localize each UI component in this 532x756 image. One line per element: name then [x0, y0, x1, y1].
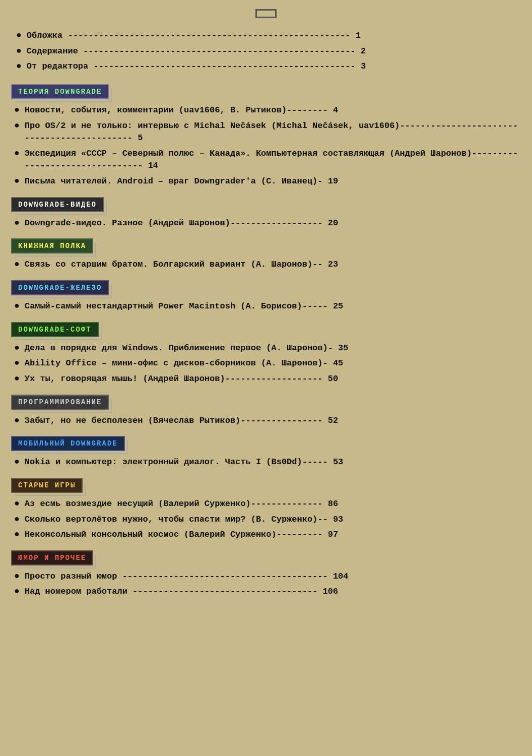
section-prog: ПРОГРАММИРОВАНИЕ● Забыт, но не бесполезе…: [11, 395, 521, 427]
section-label-teoria: ТЕОРИЯ DOWNGRADE: [11, 84, 109, 99]
page-title: [11, 9, 521, 21]
section-items-prog: ● Забыт, но не бесполезен (Вячеслав Рыти…: [11, 415, 521, 427]
bullet: ●: [14, 456, 20, 468]
bullet: ●: [14, 357, 20, 369]
item-text: Неконсольный консольный космос (Валерий …: [25, 529, 521, 541]
item-text: Новости, события, комментарии (uav1606, …: [25, 104, 521, 117]
bullet: ●: [14, 300, 20, 312]
section-items-video: ● Downgrade-видео. Разное (Андрей Шароно…: [11, 217, 521, 230]
section-label-games: СТАРЫЕ ИГРЫ: [11, 478, 83, 493]
bullet: ●: [14, 175, 20, 187]
toc-intro: ● Обложка ------------------------------…: [11, 30, 521, 73]
item-text: Экспедиция «СССР – Северный полюс – Кана…: [25, 148, 521, 172]
item-text: Ability Office – мини-офис с дисков-сбор…: [25, 357, 521, 370]
bullet: ●: [14, 342, 20, 354]
item-text: Аз есмь возмездие несущий (Валерий Сурже…: [25, 498, 521, 511]
section-mobile: МОБИЛЬНЫЙ DOWNGRADE● Nokia и компьютер: …: [11, 436, 521, 469]
section-items-hardware: ● Самый-самый нестандартный Power Macint…: [11, 300, 521, 313]
section-header-mobile: МОБИЛЬНЫЙ DOWNGRADE: [11, 436, 125, 451]
item-text: Самый-самый нестандартный Power Macintos…: [25, 300, 521, 313]
section-item: ● Новости, события, комментарии (uav1606…: [14, 104, 521, 117]
intro-text: Содержание -----------------------------…: [27, 45, 516, 58]
section-header-video: DOWNGRADE-ВИДЕО: [11, 197, 104, 212]
section-items-books: ● Связь со старшим братом. Болгарский ва…: [11, 259, 521, 271]
item-text: Downgrade-видео. Разное (Андрей Шаронов)…: [25, 217, 521, 230]
bullet: ●: [16, 30, 22, 41]
section-item: ● Письма читателей. Android – враг Downg…: [14, 175, 521, 188]
section-item: ● Над номером работали -----------------…: [14, 586, 521, 598]
section-items-teoria: ● Новости, события, комментарии (uav1606…: [11, 104, 521, 188]
section-humor: ЮМОР И ПРОЧЕЕ● Просто разный юмор ------…: [11, 550, 521, 598]
title-box: [255, 9, 277, 18]
section-item: ● Забыт, но не бесполезен (Вячеслав Рыти…: [14, 415, 521, 427]
section-header-teoria: ТЕОРИЯ DOWNGRADE: [11, 84, 109, 99]
section-header-hardware: DOWNGRADE-ЖЕЛЕЗО: [11, 280, 109, 295]
intro-text: Обложка --------------------------------…: [27, 30, 516, 42]
section-teoria: ТЕОРИЯ DOWNGRADE● Новости, события, комм…: [11, 84, 521, 188]
section-label-books: КНИЖНАЯ ПОЛКА: [11, 238, 93, 254]
section-label-humor: ЮМОР И ПРОЧЕЕ: [11, 550, 93, 565]
section-items-soft: ● Дела в порядке для Windows. Приближени…: [11, 342, 521, 386]
bullet: ●: [14, 373, 20, 385]
section-games: СТАРЫЕ ИГРЫ● Аз есмь возмездие несущий (…: [11, 478, 521, 541]
bullet: ●: [14, 217, 20, 229]
section-header-humor: ЮМОР И ПРОЧЕЕ: [11, 550, 93, 565]
item-text: Над номером работали -------------------…: [25, 586, 521, 598]
item-text: Забыт, но не бесполезен (Вячеслав Рытико…: [25, 415, 521, 427]
section-header-soft: DOWNGRADE-СОФТ: [11, 322, 99, 337]
bullet: ●: [14, 571, 20, 582]
item-text: Сколько вертолётов нужно, чтобы спасти м…: [25, 514, 521, 526]
section-label-soft: DOWNGRADE-СОФТ: [11, 322, 99, 337]
bullet: ●: [14, 259, 20, 270]
bullet: ●: [14, 514, 20, 525]
bullet: ●: [14, 120, 20, 132]
item-text: Nokia и компьютер: электронный диалог. Ч…: [25, 456, 521, 469]
bullet: ●: [14, 586, 20, 597]
bullet: ●: [14, 104, 20, 116]
section-label-video: DOWNGRADE-ВИДЕО: [11, 197, 104, 212]
section-item: ● Downgrade-видео. Разное (Андрей Шароно…: [14, 217, 521, 230]
item-text: Письма читателей. Android – враг Downgra…: [25, 175, 521, 188]
section-video: DOWNGRADE-ВИДЕО● Downgrade-видео. Разное…: [11, 197, 521, 230]
section-item: ● Аз есмь возмездие несущий (Валерий Сур…: [14, 498, 521, 511]
section-item: ● Ability Office – мини-офис с дисков-сб…: [14, 357, 521, 370]
section-item: ● Экспедиция «СССР – Северный полюс – Ка…: [14, 148, 521, 172]
section-items-mobile: ● Nokia и компьютер: электронный диалог.…: [11, 456, 521, 469]
item-text: Дела в порядке для Windows. Приближение …: [25, 342, 521, 355]
section-item: ● Просто разный юмор -------------------…: [14, 571, 521, 583]
intro-item: ● Обложка ------------------------------…: [16, 30, 516, 42]
section-label-hardware: DOWNGRADE-ЖЕЛЕЗО: [11, 280, 109, 295]
item-text: Просто разный юмор ---------------------…: [25, 571, 521, 583]
section-soft: DOWNGRADE-СОФТ● Дела в порядке для Windo…: [11, 322, 521, 386]
section-header-games: СТАРЫЕ ИГРЫ: [11, 478, 83, 493]
intro-item: ● От редактора -------------------------…: [16, 60, 516, 73]
section-header-prog: ПРОГРАММИРОВАНИЕ: [11, 395, 109, 410]
section-item: ● Ух ты, говорящая мышь! (Андрей Шаронов…: [14, 373, 521, 386]
item-text: Ух ты, говорящая мышь! (Андрей Шаронов)-…: [25, 373, 521, 386]
bullet: ●: [14, 148, 20, 159]
section-header-books: КНИЖНАЯ ПОЛКА: [11, 238, 93, 254]
item-text: Про OS/2 и не только: интервью с Michal …: [25, 120, 521, 145]
item-text: Связь со старшим братом. Болгарский вари…: [25, 259, 521, 271]
section-items-games: ● Аз есмь возмездие несущий (Валерий Сур…: [11, 498, 521, 541]
bullet: ●: [14, 415, 20, 426]
section-hardware: DOWNGRADE-ЖЕЛЕЗО● Самый-самый нестандарт…: [11, 280, 521, 313]
intro-text: От редактора ---------------------------…: [27, 60, 516, 73]
section-label-prog: ПРОГРАММИРОВАНИЕ: [11, 395, 109, 410]
bullet: ●: [14, 498, 20, 510]
section-item: ● Самый-самый нестандартный Power Macint…: [14, 300, 521, 313]
intro-item: ● Содержание ---------------------------…: [16, 45, 516, 58]
section-label-mobile: МОБИЛЬНЫЙ DOWNGRADE: [11, 436, 125, 451]
bullet: ●: [16, 60, 22, 72]
section-item: ● Неконсольный консольный космос (Валери…: [14, 529, 521, 541]
section-item: ● Nokia и компьютер: электронный диалог.…: [14, 456, 521, 469]
bullet: ●: [14, 529, 20, 540]
section-items-humor: ● Просто разный юмор -------------------…: [11, 571, 521, 598]
bullet: ●: [16, 45, 22, 57]
section-item: ● Про OS/2 и не только: интервью с Micha…: [14, 120, 521, 145]
section-item: ● Сколько вертолётов нужно, чтобы спасти…: [14, 514, 521, 526]
section-item: ● Дела в порядке для Windows. Приближени…: [14, 342, 521, 355]
section-item: ● Связь со старшим братом. Болгарский ва…: [14, 259, 521, 271]
section-books: КНИЖНАЯ ПОЛКА● Связь со старшим братом. …: [11, 238, 521, 271]
